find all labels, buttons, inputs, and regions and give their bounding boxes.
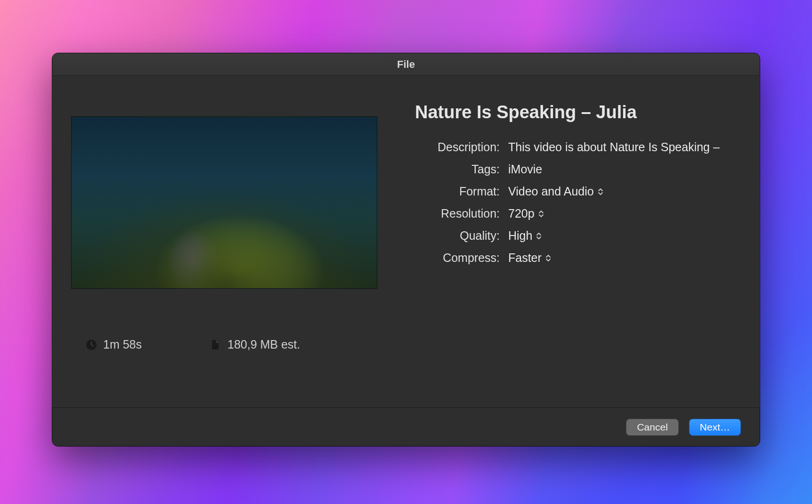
left-column: 1m 58s 180,9 MB est.: [71, 102, 387, 398]
next-button[interactable]: Next…: [689, 419, 741, 436]
compress-select[interactable]: Faster: [508, 251, 741, 265]
resolution-value: 720p: [508, 207, 535, 220]
file-icon: [210, 339, 222, 351]
chevron-updown-icon: [536, 232, 542, 240]
export-dialog: File 1m 58s: [52, 53, 760, 447]
right-column: Nature Is Speaking – Julia Description: …: [387, 102, 741, 398]
tags-value: iMovie: [508, 163, 542, 176]
description-label: Description:: [415, 140, 500, 154]
compress-label: Compress:: [415, 251, 500, 265]
cancel-button[interactable]: Cancel: [626, 419, 678, 436]
chevron-updown-icon: [538, 210, 544, 218]
window-title: File: [397, 58, 415, 71]
resolution-label: Resolution:: [415, 207, 500, 220]
clock-icon: [85, 339, 97, 351]
stats-row: 1m 58s 180,9 MB est.: [71, 338, 387, 351]
dialog-content: 1m 58s 180,9 MB est. Nature Is Speaking …: [52, 76, 760, 407]
filesize-text: 180,9 MB est.: [227, 338, 300, 351]
chevron-updown-icon: [545, 254, 551, 262]
dialog-footer: Cancel Next…: [52, 407, 760, 446]
resolution-select[interactable]: 720p: [508, 207, 741, 220]
description-value: This video is about Nature Is Speaking –: [508, 140, 720, 154]
fields-grid: Description: This video is about Nature …: [415, 140, 741, 265]
duration-stat: 1m 58s: [85, 338, 142, 351]
description-field[interactable]: This video is about Nature Is Speaking –: [508, 140, 741, 154]
project-title: Nature Is Speaking – Julia: [415, 102, 741, 122]
quality-label: Quality:: [415, 229, 500, 243]
tags-field[interactable]: iMovie: [508, 163, 741, 176]
quality-select[interactable]: High: [508, 229, 741, 243]
format-value: Video and Audio: [508, 185, 594, 198]
quality-value: High: [508, 229, 532, 243]
format-select[interactable]: Video and Audio: [508, 185, 741, 198]
window-titlebar: File: [52, 53, 760, 76]
format-label: Format:: [415, 185, 500, 198]
filesize-stat: 180,9 MB est.: [210, 338, 300, 351]
video-thumbnail: [71, 116, 377, 289]
compress-value: Faster: [508, 251, 542, 265]
duration-text: 1m 58s: [103, 338, 142, 351]
chevron-updown-icon: [598, 187, 603, 196]
tags-label: Tags:: [415, 163, 500, 176]
